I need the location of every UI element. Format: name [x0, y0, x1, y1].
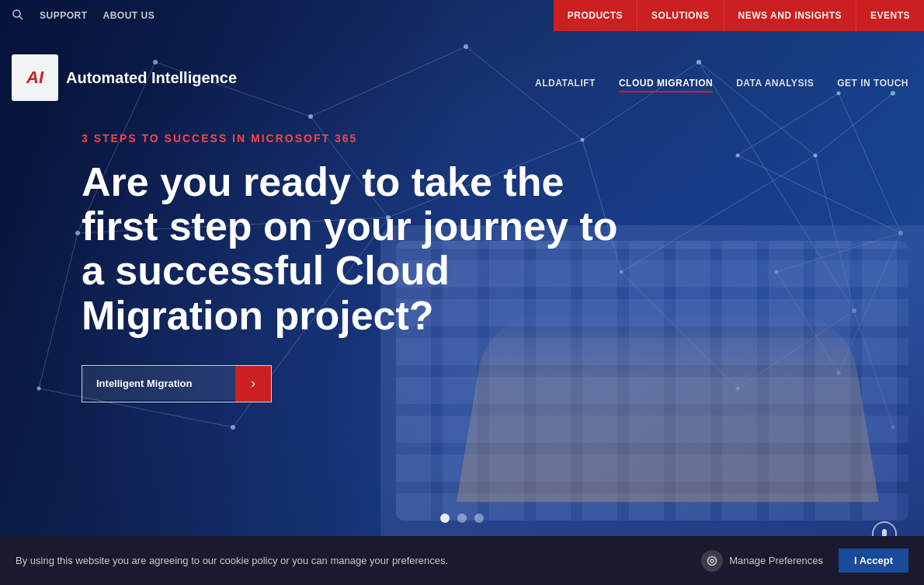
- data-analysis-link[interactable]: DATA ANALYSIS: [736, 78, 814, 92]
- top-navbar: SUPPORT ABOUT US PRODUCTS SOLUTIONS NEWS…: [0, 0, 924, 31]
- slide-dot-2[interactable]: [457, 514, 467, 523]
- logo-text: Automated Intelligence: [66, 68, 237, 88]
- cloud-migration-link[interactable]: CLOUD MIGRATION: [619, 78, 713, 92]
- solutions-button[interactable]: SOLUTIONS: [637, 0, 724, 31]
- slide-dot-1[interactable]: [440, 514, 450, 523]
- cookie-message: By using this website you are agreeing t…: [16, 555, 686, 566]
- svg-point-49: [710, 559, 714, 562]
- cta-label: Intelligent Migration: [82, 367, 235, 400]
- top-nav-left: SUPPORT ABOUT US: [0, 9, 554, 23]
- accept-button[interactable]: I Accept: [839, 548, 908, 573]
- search-icon[interactable]: [12, 9, 24, 23]
- logo-area[interactable]: AI Automated Intelligence: [12, 54, 237, 101]
- svg-line-47: [19, 16, 23, 19]
- news-insights-button[interactable]: NEWS AND INSIGHTS: [724, 0, 856, 31]
- about-us-link[interactable]: ABOUT US: [103, 10, 155, 21]
- hero-subtitle: 3 STEPS TO SUCCESS IN MICROSOFT 365: [82, 132, 641, 145]
- svg-point-46: [13, 10, 20, 17]
- products-button[interactable]: PRODUCTS: [554, 0, 637, 31]
- secondary-navbar: ALDATALIFT CLOUD MIGRATION DATA ANALYSIS…: [535, 78, 908, 92]
- manage-preferences-button[interactable]: Manage Preferences: [701, 550, 823, 572]
- cta-button[interactable]: Intelligent Migration ›: [82, 365, 272, 402]
- aldatalift-link[interactable]: ALDATALIFT: [535, 78, 596, 92]
- hero-title: Are you ready to take the first step on …: [82, 160, 641, 338]
- logo-icon: AI: [12, 54, 58, 101]
- slide-dots: [440, 514, 484, 523]
- get-in-touch-link[interactable]: GET IN TOUCH: [837, 78, 908, 92]
- support-link[interactable]: SUPPORT: [40, 10, 88, 21]
- events-button[interactable]: EVENTS: [856, 0, 924, 31]
- manage-preferences-label: Manage Preferences: [729, 555, 823, 566]
- slide-dot-3[interactable]: [474, 514, 484, 523]
- top-nav-right: PRODUCTS SOLUTIONS NEWS AND INSIGHTS EVE…: [554, 0, 924, 31]
- svg-point-48: [708, 556, 717, 565]
- cta-arrow-icon: ›: [235, 366, 271, 402]
- preferences-icon: [701, 550, 723, 572]
- cookie-bar: By using this website you are agreeing t…: [0, 536, 924, 585]
- hero-content: 3 STEPS TO SUCCESS IN MICROSOFT 365 Are …: [82, 132, 641, 402]
